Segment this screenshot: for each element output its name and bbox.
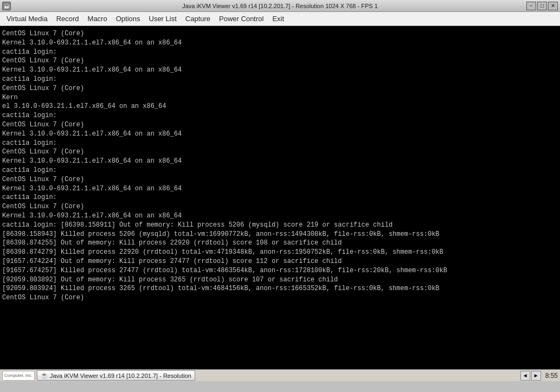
title-bar: ☕ Java iKVM Viewer v1.69 r14 [10.2.201.7… (0, 0, 560, 12)
menu-macro[interactable]: Macro (83, 14, 112, 24)
terminal-line: CentOS Linux 7 (Core) (2, 29, 558, 38)
terminal-line: Kernel 3.10.0-693.21.1.el7.x86_64 on an … (2, 157, 558, 166)
terminal-line: Kernel 3.10.0-693.21.1.el7.x86_64 on an … (2, 66, 558, 75)
taskbar-button[interactable]: ☕ Java iKVM Viewer v1.69 r14 [10.2.201.7… (37, 370, 195, 381)
terminal-line: cacti1a login: (2, 139, 558, 148)
terminal-line: Kernel 3.10.0-693.21.1.el7.x86_64 on an … (2, 38, 558, 48)
menu-virtual-media[interactable]: Virtual Media (2, 14, 52, 24)
play-controls: ◄ ► (520, 371, 541, 381)
terminal-output: CentOS Linux 7 (Core)Kernel 3.10.0-693.2… (0, 26, 560, 369)
terminal-line: Kernel 3.10.0-693.21.1.el7.x86_64 on an … (2, 211, 558, 221)
terminal-line: cacti1a login: (2, 75, 558, 84)
status-time: 8:55 (545, 372, 558, 380)
taskbar-label: Java iKVM Viewer v1.69 r14 [10.2.201.7] … (50, 372, 191, 379)
terminal-line: cacti1a login: (2, 111, 558, 120)
restore-button[interactable]: □ (537, 2, 547, 10)
terminal-line: [92059.803924] Killed process 3265 (rrdt… (2, 284, 558, 293)
menu-capture[interactable]: Capture (181, 14, 215, 24)
terminal-line: Kernel 3.10.0-693.21.1.el7.x86_64 on an … (2, 184, 558, 194)
terminal-line: [91657.674257] Killed process 27477 (rrd… (2, 266, 558, 275)
close-button[interactable]: ✕ (548, 2, 558, 10)
menu-exit[interactable]: Exit (268, 14, 288, 24)
minimize-button[interactable]: − (526, 2, 536, 10)
title-bar-left: ☕ (2, 2, 11, 10)
terminal-line: CentOS Linux 7 (Core) (2, 120, 558, 130)
terminal-line: Kern (2, 93, 558, 102)
terminal-line: el 3.10.0-693.21.1.el7.x86_64 on an x86_… (2, 102, 558, 111)
taskbar-icon: ☕ (41, 372, 48, 379)
terminal-line: Kernel 3.10.0-693.21.1.el7.x86_64 on an … (2, 130, 558, 139)
menu-options[interactable]: Options (112, 14, 145, 24)
menu-record[interactable]: Record (52, 14, 83, 24)
terminal-line: CentOS Linux 7 (Core) (2, 84, 558, 93)
terminal-line: CentOS Linux 7 (Core) (2, 56, 558, 66)
terminal-line: [86398.158943] Killed process 5206 (mysq… (2, 230, 558, 239)
terminal-line: cacti1a login: (2, 48, 558, 57)
terminal-line: CentOS Linux 7 (Core) (2, 293, 558, 303)
company-logo: Computer, Inc. (2, 371, 35, 381)
menu-user-list[interactable]: User List (145, 14, 181, 24)
terminal-line: CentOS Linux 7 (Core) (2, 202, 558, 211)
terminal-line: cacti1a login: (2, 166, 558, 175)
back-button[interactable]: ◄ (520, 371, 530, 381)
app-icon: ☕ (2, 2, 11, 10)
forward-button[interactable]: ► (531, 371, 541, 381)
terminal-line: [86398.874255] Out of memory: Kill proce… (2, 239, 558, 248)
menu-power-control[interactable]: Power Control (215, 14, 268, 24)
terminal-line: CentOS Linux 7 (Core) (2, 175, 558, 184)
window-title: Java iKVM Viewer v1.69 r14 [10.2.201.7] … (182, 3, 378, 9)
terminal-line: CentOS Linux 7 (Core) (2, 147, 558, 157)
terminal-line: cacti1a login: (2, 193, 558, 202)
terminal-line: cacti1a login: [86398.158911] Out of mem… (2, 221, 558, 230)
status-bar: Computer, Inc. ☕ Java iKVM Viewer v1.69 … (0, 369, 560, 381)
status-left: Computer, Inc. ☕ Java iKVM Viewer v1.69 … (2, 370, 518, 381)
menu-bar: Virtual Media Record Macro Options User … (0, 12, 560, 26)
window-controls: − □ ✕ (526, 2, 558, 10)
terminal-line: [86398.874279] Killed process 22920 (rrd… (2, 248, 558, 257)
terminal-line: [92059.803892] Out of memory: Kill proce… (2, 275, 558, 285)
terminal-line: [91657.674224] Out of memory: Kill proce… (2, 257, 558, 266)
